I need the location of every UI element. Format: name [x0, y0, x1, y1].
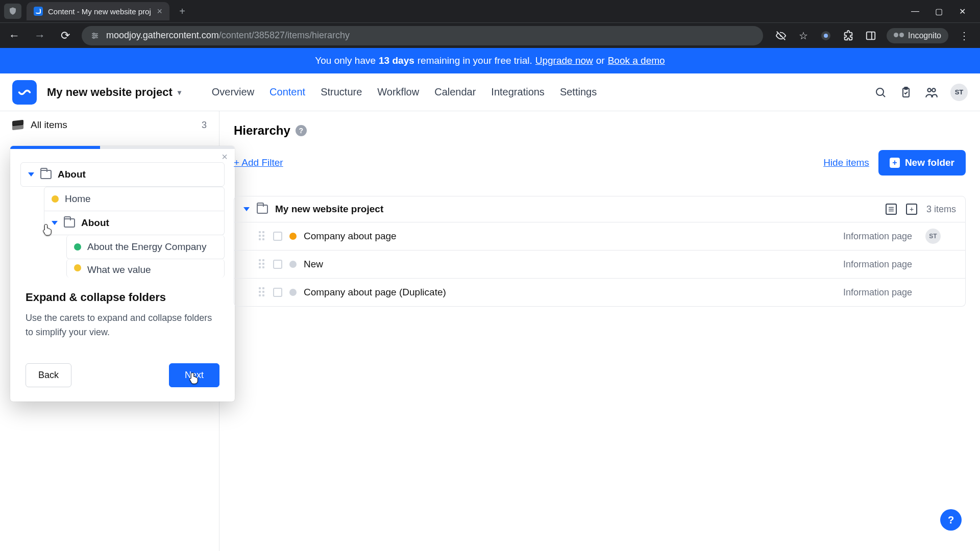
item-label: Home [65, 193, 91, 205]
drag-handle-icon[interactable] [259, 231, 266, 241]
eye-off-icon[interactable] [774, 29, 788, 42]
maximize-icon[interactable]: ▢ [934, 7, 943, 16]
svg-point-7 [824, 34, 828, 38]
svg-point-4 [95, 35, 97, 36]
tour-title: Expand & collapse folders [26, 291, 219, 304]
folder-icon [64, 218, 75, 228]
preview-folder-about: About [20, 162, 225, 187]
checkbox[interactable] [273, 260, 282, 269]
caret-down-icon[interactable] [243, 207, 250, 211]
kebab-menu-icon[interactable]: ⋮ [958, 29, 971, 42]
incognito-icon [894, 33, 904, 39]
item-avatar: ST [925, 229, 941, 244]
close-icon[interactable]: × [157, 6, 162, 17]
trial-days: 13 days [379, 55, 414, 66]
trial-banner: You only have 13 days remaining in your … [0, 48, 980, 73]
all-items-count: 3 [202, 120, 207, 131]
reload-button[interactable]: ⟳ [56, 27, 75, 45]
folder-icon [257, 205, 268, 214]
checkbox[interactable] [273, 232, 282, 241]
new-folder-button[interactable]: + New folder [878, 150, 966, 176]
help-icon[interactable]: ? [296, 125, 307, 136]
item-type: Information page [843, 287, 912, 298]
drag-handle-icon[interactable] [259, 287, 266, 297]
tree-item-row[interactable]: Company about page Information page ST [234, 222, 966, 251]
incognito-badge[interactable]: Incognito [887, 28, 948, 43]
plus-icon: + [890, 158, 900, 168]
browser-tab[interactable]: Content - My new website proj × [27, 2, 169, 20]
address-bar[interactable]: moodjoy.gathercontent.com/content/385827… [82, 26, 763, 45]
trial-or: or [596, 55, 605, 66]
add-item-icon[interactable]: + [906, 204, 917, 215]
sidebar-all-items[interactable]: All items 3 [0, 111, 219, 139]
close-window-icon[interactable]: ✕ [958, 7, 967, 16]
trial-middle: remaining in your free trial. [418, 55, 532, 66]
root-folder-label: My new website project [275, 204, 383, 215]
back-button[interactable]: Back [26, 363, 71, 387]
checkbox[interactable] [273, 288, 282, 297]
preview-item-energy: About the Energy Company [66, 235, 225, 259]
tree-root-row[interactable]: My new website project + 3 items [234, 196, 966, 222]
upgrade-link[interactable]: Upgrade now [535, 55, 593, 66]
site-settings-icon[interactable] [90, 31, 100, 41]
new-tab-button[interactable]: + [175, 4, 190, 19]
item-title: Company about page [304, 231, 397, 242]
status-dot-icon [289, 289, 297, 296]
user-avatar[interactable]: ST [950, 84, 968, 101]
clipboard-icon[interactable] [899, 86, 913, 99]
onboarding-tour-popover: × About Home About [10, 146, 235, 402]
caret-down-icon[interactable] [28, 172, 34, 177]
search-icon[interactable] [874, 86, 887, 99]
url-text: moodjoy.gathercontent.com/content/385827… [106, 30, 350, 41]
preview-folder-about-nested: About [44, 211, 225, 235]
item-title: Company about page (Duplicate) [304, 287, 446, 298]
add-filter-button[interactable]: + Add Filter [234, 157, 283, 168]
nav-content[interactable]: Content [270, 86, 305, 98]
hierarchy-tree: My new website project + 3 items Company… [234, 196, 966, 307]
book-demo-link[interactable]: Book a demo [608, 55, 665, 66]
drag-handle-icon[interactable] [259, 259, 266, 269]
list-view-icon[interactable] [886, 204, 897, 215]
items-count: 3 items [926, 204, 956, 215]
tree-item-row[interactable]: New Information page [234, 251, 966, 279]
caret-down-icon[interactable] [52, 221, 58, 225]
incognito-label: Incognito [908, 31, 941, 40]
sidebar: All items 3 × About Home Ab [0, 111, 219, 551]
nav-calendar[interactable]: Calendar [434, 86, 476, 98]
new-folder-label: New folder [905, 157, 954, 168]
help-fab[interactable]: ? [940, 509, 962, 531]
tab-title: Content - My new website proj [48, 7, 151, 16]
svg-point-10 [876, 88, 884, 95]
extension-dot-icon[interactable] [819, 29, 832, 42]
status-dot-icon [74, 264, 81, 271]
main-content: Hierarchy ? + Add Filter Hide items + Ne… [219, 111, 980, 551]
folder-label: About [58, 169, 86, 180]
tree-item-row[interactable]: Company about page (Duplicate) Informati… [234, 279, 966, 307]
profile-shield-icon[interactable] [4, 4, 21, 19]
people-icon[interactable] [925, 86, 938, 99]
svg-line-11 [883, 94, 885, 96]
project-switcher[interactable]: My new website project ▾ [47, 86, 181, 99]
extensions-icon[interactable] [842, 29, 855, 42]
nav-workflow[interactable]: Workflow [377, 86, 419, 98]
preview-item-value: What we value [66, 259, 225, 278]
item-title: New [304, 259, 323, 270]
next-button[interactable]: Next [169, 363, 219, 387]
hide-items-button[interactable]: Hide items [823, 157, 869, 168]
svg-point-5 [93, 37, 94, 38]
tour-body: Use the carets to expand and collapse fo… [26, 311, 219, 340]
status-dot-icon [74, 243, 81, 251]
star-icon[interactable]: ☆ [797, 29, 810, 42]
back-button[interactable]: ← [5, 27, 23, 45]
status-dot-icon [289, 233, 297, 240]
forward-button[interactable]: → [31, 27, 49, 45]
app-logo[interactable] [12, 80, 37, 105]
sidepanel-icon[interactable] [864, 29, 877, 42]
project-title: My new website project [47, 86, 173, 99]
nav-overview[interactable]: Overview [212, 86, 254, 98]
minimize-icon[interactable]: — [911, 7, 920, 16]
all-items-label: All items [31, 119, 67, 131]
nav-settings[interactable]: Settings [560, 86, 597, 98]
nav-structure[interactable]: Structure [321, 86, 362, 98]
nav-integrations[interactable]: Integrations [491, 86, 545, 98]
